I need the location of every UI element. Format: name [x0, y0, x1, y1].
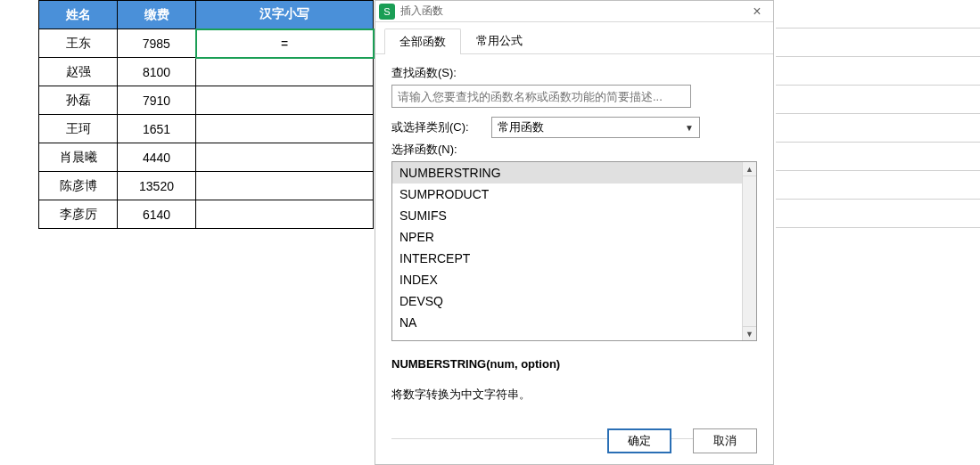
- cell-cn[interactable]: [196, 58, 374, 86]
- close-icon[interactable]: ×: [745, 2, 770, 21]
- scroll-up-icon[interactable]: ▲: [743, 162, 756, 176]
- search-label: 查找函数(S):: [391, 65, 757, 81]
- category-value: 常用函数: [498, 119, 544, 135]
- list-item[interactable]: NPER: [392, 226, 742, 248]
- function-listbox[interactable]: NUMBERSTRING SUMPRODUCT SUMIFS NPER INTE…: [391, 161, 757, 341]
- tab-all-functions[interactable]: 全部函数: [384, 29, 461, 54]
- app-icon: S: [379, 4, 395, 20]
- cell-name[interactable]: 陈彦博: [39, 172, 118, 200]
- cell-fee[interactable]: 7985: [118, 29, 196, 58]
- list-item[interactable]: INDEX: [392, 269, 742, 290]
- scrollbar[interactable]: ▲ ▼: [742, 162, 756, 340]
- list-item[interactable]: SUMIFS: [392, 205, 742, 226]
- dialog-tabs: 全部函数 常用公式: [375, 22, 773, 54]
- dialog-buttons: 确定 取消: [607, 428, 757, 453]
- table-row[interactable]: 赵强 8100: [39, 58, 374, 86]
- cell-cn[interactable]: [196, 172, 374, 200]
- table-row[interactable]: 王东 7985 =: [39, 29, 374, 58]
- cell-fee[interactable]: 7910: [118, 86, 196, 115]
- scroll-down-icon[interactable]: ▼: [743, 326, 756, 340]
- table-row[interactable]: 李彦厉 6140: [39, 200, 374, 229]
- list-label: 选择函数(N):: [391, 142, 757, 158]
- list-item[interactable]: SUMPRODUCT: [392, 184, 742, 205]
- cell-cn[interactable]: [196, 143, 374, 172]
- list-item[interactable]: INTERCEPT: [392, 248, 742, 269]
- category-select[interactable]: 常用函数 ▼: [491, 117, 700, 138]
- dialog-title: 插入函数: [400, 4, 745, 19]
- table-row[interactable]: 陈彦博 13520: [39, 172, 374, 200]
- list-item[interactable]: NA: [392, 312, 742, 333]
- header-fee: 缴费: [118, 1, 196, 29]
- table-row[interactable]: 王珂 1651: [39, 115, 374, 143]
- cell-fee[interactable]: 13520: [118, 172, 196, 200]
- cell-name[interactable]: 肖晨曦: [39, 143, 118, 172]
- gridlines: [776, 0, 980, 228]
- header-name: 姓名: [39, 1, 118, 29]
- cell-name[interactable]: 孙磊: [39, 86, 118, 115]
- list-item[interactable]: NUMBERSTRING: [392, 162, 742, 184]
- table-row[interactable]: 肖晨曦 4440: [39, 143, 374, 172]
- cell-name[interactable]: 王珂: [39, 115, 118, 143]
- cell-fee[interactable]: 8100: [118, 58, 196, 86]
- cell-cn[interactable]: [196, 200, 374, 229]
- insert-function-dialog: S 插入函数 × 全部函数 常用公式 查找函数(S): 或选择类别(C): 常用…: [375, 0, 774, 465]
- cell-fee[interactable]: 1651: [118, 115, 196, 143]
- cell-cn[interactable]: [196, 115, 374, 143]
- table-row[interactable]: 孙磊 7910: [39, 86, 374, 115]
- cell-name[interactable]: 王东: [39, 29, 118, 58]
- search-input[interactable]: [391, 85, 691, 108]
- function-description: 将数字转换为中文字符串。: [391, 387, 757, 403]
- cell-cn[interactable]: [196, 86, 374, 115]
- spreadsheet-table: 姓名 缴费 汉字小写 王东 7985 = 赵强 8100 孙磊 7910 王珂 …: [38, 0, 375, 229]
- dialog-body: 查找函数(S): 或选择类别(C): 常用函数 ▼ 选择函数(N): NUMBE…: [375, 54, 773, 439]
- list-item[interactable]: DEVSQ: [392, 290, 742, 312]
- cell-fee[interactable]: 6140: [118, 200, 196, 229]
- cell-name[interactable]: 赵强: [39, 58, 118, 86]
- function-signature: NUMBERSTRING(num, option): [391, 357, 757, 371]
- cell-cn-active[interactable]: =: [196, 29, 374, 58]
- tab-common-formulas[interactable]: 常用公式: [461, 28, 538, 53]
- header-cn: 汉字小写: [196, 1, 374, 29]
- chevron-down-icon: ▼: [685, 123, 694, 133]
- table-body: 王东 7985 = 赵强 8100 孙磊 7910 王珂 1651 肖晨曦 44…: [39, 29, 374, 229]
- ok-button[interactable]: 确定: [607, 428, 671, 453]
- cell-fee[interactable]: 4440: [118, 143, 196, 172]
- cancel-button[interactable]: 取消: [693, 428, 757, 453]
- category-label: 或选择类别(C):: [391, 119, 481, 135]
- dialog-titlebar[interactable]: S 插入函数 ×: [375, 1, 773, 22]
- cell-name[interactable]: 李彦厉: [39, 200, 118, 229]
